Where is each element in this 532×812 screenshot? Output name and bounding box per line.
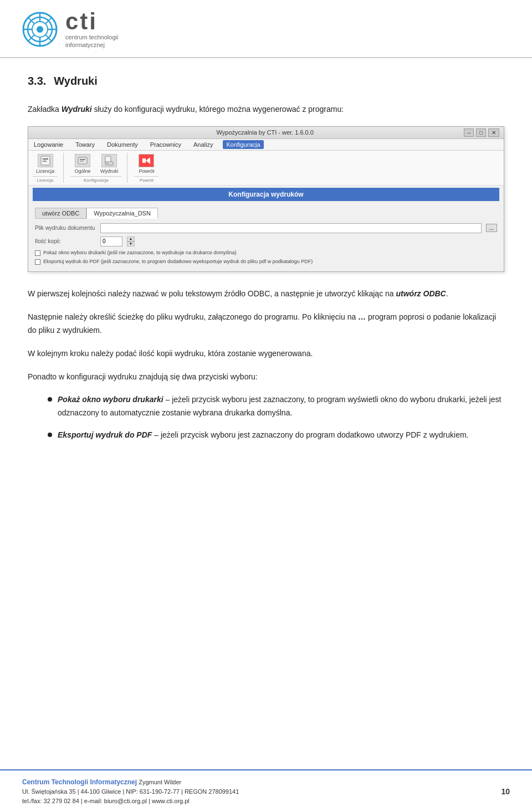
menu-konfiguracja[interactable]: Konfiguracja bbox=[223, 140, 263, 149]
toolbar-group-powrot: Powrót Powrót bbox=[134, 153, 158, 183]
config-area: utwórz ODBC Wypożyczalnia_DSN Plik wydru… bbox=[28, 203, 504, 271]
intro-text-after: służy do konfiguracji wydruku, którego m… bbox=[94, 105, 344, 114]
p2-text1: Następnie należy określić ścieżkę do pli… bbox=[28, 312, 358, 321]
restore-icon: □ bbox=[476, 129, 486, 137]
wydruki-label: Wydruki bbox=[100, 168, 118, 174]
section-number: 3.3. bbox=[28, 75, 46, 87]
toolbar: Licencja Licencja Ogólne bbox=[28, 151, 504, 186]
screenshot-section-header: Konfiguracja wydruków bbox=[33, 188, 499, 201]
logo-area: c t i centrum technologii informatycznej bbox=[22, 10, 118, 49]
screenshot-titlebar: Wypożyczalnia by CTI - wer. 1.6.0.0 – □ … bbox=[28, 127, 504, 139]
bullet-dot-1 bbox=[48, 397, 52, 402]
intro-bold-text: Wydruki bbox=[62, 105, 92, 114]
bullet1-dash: – bbox=[166, 395, 172, 404]
menu-towary[interactable]: Towary bbox=[73, 140, 97, 149]
bullet-item-2: Eksportuj wydruk do PDF – jeżeli przycis… bbox=[48, 429, 504, 442]
cti-logo-icon bbox=[22, 12, 58, 47]
bullet-text-2: Eksportuj wydruk do PDF – jeżeli przycis… bbox=[58, 429, 504, 442]
titlebar-title: Wypożyczalnia by CTI - wer. 1.6.0.0 bbox=[66, 129, 464, 136]
powrot-label: Powrót bbox=[139, 168, 154, 174]
logo-subtext-line1: centrum technologii bbox=[65, 33, 118, 41]
ogolne-label: Ogólne bbox=[75, 168, 91, 174]
plik-field-row: Plik wydruku dokumentu ... bbox=[35, 223, 497, 233]
ilosc-spinner: ▲ ▼ bbox=[127, 237, 135, 246]
menu-bar: Logowanie Towary Dokumenty Pracownicy An… bbox=[28, 139, 504, 151]
footer-address-1: Ul. Świętojańska 35 | 44-100 Gliwice | N… bbox=[22, 787, 239, 796]
plik-browse-btn[interactable]: ... bbox=[486, 224, 497, 232]
ilosc-label: Ilość kopii: bbox=[35, 238, 96, 244]
toolbar-wydruki-btn[interactable]: Wydruki bbox=[97, 153, 121, 175]
p1-text1: W pierwszej kolejności należy nazwać w p… bbox=[28, 289, 396, 298]
ilosc-field-row: Ilość kopii: ▲ ▼ bbox=[35, 237, 497, 246]
licencja-label: Licencja bbox=[36, 168, 54, 174]
config-tabs: utwórz ODBC Wypożyczalnia_DSN bbox=[35, 208, 497, 219]
spinner-up-btn[interactable]: ▲ bbox=[127, 237, 135, 241]
toolbar-group-konfiguracja: Ogólne Wydruki Konfiguracja bbox=[70, 153, 127, 183]
p1-bold: utwórz ODBC bbox=[396, 289, 446, 298]
powrot-icon bbox=[139, 154, 154, 167]
body-para-1: W pierwszej kolejności należy nazwać w p… bbox=[28, 287, 504, 301]
intro-text-before: Zakładka bbox=[28, 105, 62, 114]
body-para-3: W kolejnym kroku należy podać ilość kopi… bbox=[28, 347, 504, 361]
screenshot-box: Wypożyczalnia by CTI - wer. 1.6.0.0 – □ … bbox=[28, 126, 504, 272]
svg-rect-13 bbox=[43, 158, 48, 160]
footer-company-line: Centrum Technologii Informatycznej Zygmu… bbox=[22, 777, 239, 787]
bullet-list: Pokaż okno wyboru drukarki – jeżeli przy… bbox=[48, 393, 504, 441]
minimize-icon: – bbox=[464, 129, 474, 137]
logo-cti-c: c bbox=[65, 10, 79, 33]
svg-rect-20 bbox=[106, 163, 109, 164]
tab-odbc[interactable]: utwórz ODBC bbox=[35, 208, 86, 219]
toolbar-powrot-btn[interactable]: Powrót bbox=[134, 153, 158, 175]
menu-analizy[interactable]: Analizy bbox=[191, 140, 215, 149]
checkboxes-area: Pokaż okno wyboru drukarki (jeśli nie za… bbox=[35, 250, 497, 265]
logo-cti-t: t bbox=[80, 10, 88, 33]
menu-dokumenty[interactable]: Dokumenty bbox=[105, 140, 140, 149]
body-para-2: Następnie należy określić ścieżkę do pli… bbox=[28, 311, 504, 337]
tab-dsn[interactable]: Wypożyczalnia_DSN bbox=[86, 208, 158, 219]
checkbox-eksportuj[interactable] bbox=[35, 259, 40, 265]
svg-rect-14 bbox=[43, 161, 47, 162]
section-heading-area: 3.3. Wydruki bbox=[28, 75, 504, 88]
checkbox-row-2: Eksportuj wydruk do PDF (jeśli zaznaczon… bbox=[35, 259, 497, 265]
checkbox-row-1: Pokaż okno wyboru drukarki (jeśli nie za… bbox=[35, 250, 497, 256]
toolbar-group-licencja: Licencja Licencja bbox=[33, 153, 64, 183]
svg-point-11 bbox=[37, 26, 43, 33]
page-footer: Centrum Technologii Informatycznej Zygmu… bbox=[0, 769, 532, 812]
menu-pracownicy[interactable]: Pracownicy bbox=[148, 140, 183, 149]
spinner-down-btn[interactable]: ▼ bbox=[127, 241, 135, 246]
footer-company-bold: Centrum Technologii Informatycznej bbox=[22, 778, 137, 786]
checkbox-pokaz[interactable] bbox=[35, 250, 40, 256]
bullet-dot-2 bbox=[48, 433, 52, 437]
svg-rect-22 bbox=[142, 158, 146, 163]
bullet2-text: jeżeli przycisk wyboru jest zaznaczony d… bbox=[161, 430, 469, 439]
svg-rect-15 bbox=[78, 157, 87, 164]
footer-company-name: Zygmunt Wilder bbox=[139, 779, 181, 785]
logo-cti-i: i bbox=[89, 10, 96, 33]
ogolne-icon bbox=[75, 154, 90, 167]
main-content: 3.3. Wydruki Zakładka Wydruki służy do k… bbox=[0, 58, 532, 463]
toolbar-licencja-btn[interactable]: Licencja bbox=[33, 153, 58, 175]
checkbox-eksportuj-label: Eksportuj wydruk do PDF (jeśli zaznaczon… bbox=[43, 259, 313, 265]
toolbar-ogolne-btn[interactable]: Ogólne bbox=[70, 153, 95, 175]
close-icon: ✕ bbox=[488, 129, 499, 137]
bullet2-dash: – bbox=[154, 430, 161, 439]
bullet-item-1: Pokaż okno wyboru drukarki – jeżeli przy… bbox=[48, 393, 504, 420]
p1-text2: . bbox=[446, 289, 448, 298]
toolbar-konfiguracja-row: Ogólne Wydruki bbox=[70, 153, 121, 175]
licencja-group-label: Licencja bbox=[33, 176, 58, 183]
p2-ellipsis: … bbox=[358, 312, 366, 321]
wydruki-icon bbox=[101, 154, 117, 167]
konfiguracja-group-label: Konfiguracja bbox=[70, 176, 121, 183]
bullet2-bold: Eksportuj wydruk do PDF bbox=[58, 430, 152, 439]
logo-subtext: centrum technologii informatycznej bbox=[65, 33, 118, 49]
footer-page-number: 10 bbox=[501, 787, 510, 796]
section-title: Wydruki bbox=[54, 75, 98, 87]
toolbar-buttons-row: Licencja bbox=[33, 153, 58, 175]
bullet1-bold: Pokaż okno wyboru drukarki bbox=[58, 395, 163, 404]
ilosc-input[interactable] bbox=[100, 237, 122, 246]
titlebar-controls: – □ ✕ bbox=[464, 129, 499, 137]
menu-logowanie[interactable]: Logowanie bbox=[32, 140, 65, 149]
intro-paragraph: Zakładka Wydruki służy do konfiguracji w… bbox=[28, 103, 504, 115]
checkbox-pokaz-label: Pokaż okno wyboru drukarki (jeśli nie za… bbox=[43, 250, 237, 256]
plik-input[interactable] bbox=[100, 223, 482, 233]
